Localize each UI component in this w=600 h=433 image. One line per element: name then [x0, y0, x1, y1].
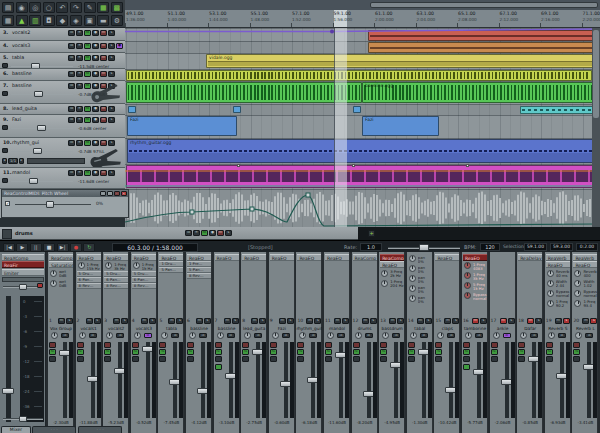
media-item-vocals3[interactable]	[368, 42, 597, 53]
envelope-mini-button[interactable]	[408, 356, 415, 362]
send-knob[interactable]	[464, 292, 471, 299]
track-name[interactable]: tabla	[12, 55, 24, 60]
send-slot[interactable]: 6-Pan…	[77, 277, 101, 283]
send-knob[interactable]	[78, 262, 85, 269]
selection-length[interactable]: 0:2.00	[576, 243, 598, 251]
fader-track[interactable]	[449, 342, 453, 418]
solo-button[interactable]: s	[452, 318, 459, 324]
time-selection-band[interactable]	[334, 28, 347, 227]
track-name[interactable]: mandol	[12, 170, 30, 175]
mute-button[interactable]: m	[306, 318, 313, 324]
pan-knob[interactable]	[51, 332, 58, 339]
fader-track[interactable]	[367, 342, 371, 418]
io-button[interactable]: io	[68, 83, 75, 89]
track-panel-vocals3[interactable]: 4.vocals3io≡fx●ms●	[0, 41, 125, 53]
horizontal-scrollbar[interactable]	[370, 2, 598, 8]
routing-bar[interactable]	[27, 158, 85, 164]
fx-close-button[interactable]: ✕	[121, 191, 127, 196]
fx-enable-button[interactable]: fx	[491, 349, 498, 355]
fx-enable-button[interactable]: fx	[77, 349, 84, 355]
envelope-node[interactable]	[352, 164, 355, 167]
minus-icon[interactable]: ▬	[97, 15, 109, 26]
envelope-button[interactable]: ≡	[76, 43, 83, 49]
send-knob[interactable]	[50, 270, 57, 277]
media-item-tabla[interactable]: vidale.ogg	[206, 54, 597, 68]
media-item-bassline2[interactable]	[126, 82, 362, 103]
envelope-mini-button[interactable]	[215, 356, 222, 362]
envelope-mini-button[interactable]	[353, 356, 360, 362]
record-arm-button[interactable]	[518, 342, 525, 348]
record-arm-button[interactable]	[77, 342, 84, 348]
env-mini-button[interactable]	[2, 178, 8, 183]
send-slot[interactable]: 1-Fre…	[187, 261, 211, 267]
fx-enable-button[interactable]: fx	[132, 349, 139, 355]
envelope-mini-button[interactable]	[573, 356, 580, 362]
master-pan-thumb[interactable]	[19, 284, 27, 290]
media-item-vocals2[interactable]	[368, 30, 597, 41]
solo-button[interactable]: s	[535, 318, 542, 324]
timeline-ruler[interactable]: 49.1.001:36.00051.1.001:40.00053.1.001:4…	[125, 10, 600, 28]
media-item-rhythm_guitar[interactable]: rhythm_guitar.ogg	[127, 139, 597, 163]
envelope-button[interactable]: ≡	[76, 140, 83, 146]
volume-slider[interactable]	[11, 151, 73, 153]
send-slot[interactable]: 8-Rev…	[187, 273, 211, 279]
fx-enable-button[interactable]: fx	[215, 349, 222, 355]
send-knob[interactable]	[409, 285, 416, 292]
master-extra-box[interactable]	[2, 277, 44, 282]
master-fader-track[interactable]	[6, 296, 11, 422]
record-arm-button[interactable]	[132, 342, 139, 348]
send-slot[interactable]: 8-Rev…	[77, 283, 101, 289]
monitor-button[interactable]: ●	[209, 230, 216, 236]
fx-window-titlebar[interactable]: ReaControlMIDI: Pitch Wheel – □ · ✕	[2, 190, 128, 197]
record-button[interactable]: ●	[70, 243, 82, 252]
send-knob[interactable]	[574, 280, 581, 287]
fader-track[interactable]	[118, 342, 122, 418]
rewind-button[interactable]: |◀	[3, 243, 15, 252]
solo-button[interactable]: s	[508, 318, 515, 324]
docker-tab[interactable]: · · ·	[32, 426, 76, 433]
fx-button[interactable]: fx	[84, 170, 91, 176]
stop-button[interactable]: ■	[43, 243, 55, 252]
send-knob[interactable]	[547, 300, 554, 307]
io-button[interactable]: io	[68, 140, 75, 146]
play-button[interactable]: ▶	[16, 243, 28, 252]
media-item-Fazi[interactable]: Fazi	[127, 116, 237, 136]
fx-button[interactable]: fx	[201, 230, 208, 236]
solo-button[interactable]: s	[108, 71, 115, 77]
track-panel-tabla[interactable]: 5.tablaio≡fx●ms-11.5dB center	[0, 53, 125, 69]
media-item-bassline2[interactable]: bassline.ogg	[362, 82, 597, 103]
fx-enable-button[interactable]: fx	[463, 349, 470, 355]
send-knob[interactable]	[409, 255, 416, 262]
envelope-mini-button[interactable]	[104, 356, 111, 362]
solo-button[interactable]: s	[480, 318, 487, 324]
fx-slot[interactable]: ReaEQ	[132, 254, 156, 261]
media-item-lead_guita[interactable]	[353, 106, 361, 113]
pan-knob[interactable]	[161, 332, 168, 339]
monitor-button[interactable]: ●	[92, 140, 99, 146]
fader-track[interactable]	[587, 342, 591, 418]
solo-button[interactable]: s	[314, 318, 321, 324]
fx-slot[interactable]: ReaEQ	[215, 254, 239, 261]
time-signature-box[interactable]: 1/1	[8, 158, 18, 164]
fx-slot[interactable]: ReaComp	[353, 254, 377, 261]
master-fx-slot[interactable]: ReaFir	[2, 261, 44, 268]
monitor-button[interactable]: ●	[92, 55, 99, 61]
mute-button[interactable]: m	[217, 230, 224, 236]
mute-button[interactable]: m	[472, 318, 479, 324]
envelope-button[interactable]: ≡	[76, 117, 83, 123]
solo-button[interactable]: s	[149, 318, 156, 324]
solo-button[interactable]: s	[342, 318, 349, 324]
monitor-button[interactable]: ●	[92, 106, 99, 112]
mute-button[interactable]: m	[100, 106, 107, 112]
solo-button[interactable]: s	[108, 117, 115, 123]
fader-track[interactable]	[284, 342, 288, 418]
fader-track[interactable]	[229, 342, 233, 418]
io-button[interactable]: io	[144, 333, 152, 338]
fx-floating-window[interactable]: ReaControlMIDI: Pitch Wheel – □ · ✕ ✓ 0%	[1, 189, 129, 218]
mute-button[interactable]: m	[389, 318, 396, 324]
env-mini-button[interactable]	[2, 148, 8, 153]
bpm-value[interactable]: 120	[480, 243, 500, 251]
envelope-mini-button[interactable]	[159, 356, 166, 362]
record-arm-button[interactable]	[297, 342, 304, 348]
fader-track[interactable]	[560, 342, 564, 418]
